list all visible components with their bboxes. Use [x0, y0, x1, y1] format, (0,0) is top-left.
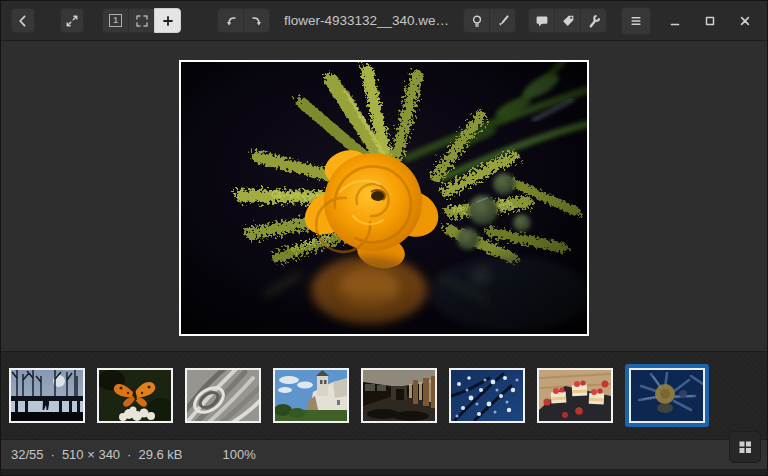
flower-photo: [181, 62, 587, 334]
lightbulb-icon: [469, 13, 485, 29]
maximize-button[interactable]: [698, 9, 722, 33]
rotate-button-group: [217, 8, 270, 33]
zoom-fit-button[interactable]: [128, 8, 155, 33]
status-bar: 32/55 · 510 × 340 · 29.6 kB 100%: [1, 439, 767, 469]
comment-button[interactable]: [528, 8, 555, 33]
rotate-left-icon: [223, 13, 239, 29]
back-button[interactable]: [11, 8, 35, 33]
image-info: 32/55 · 510 × 340 · 29.6 kB: [11, 447, 183, 462]
header-bar: 1: [1, 1, 767, 41]
close-button[interactable]: [733, 9, 757, 33]
image-position: 32/55: [11, 447, 44, 462]
thumbnail-strawberry-cakes[interactable]: [537, 368, 613, 423]
image-dimensions: 510 × 340: [62, 447, 120, 462]
grid-icon: [737, 439, 753, 455]
separator-dot: ·: [127, 447, 131, 462]
enhance-button[interactable]: [463, 8, 490, 33]
edit-button[interactable]: [489, 8, 516, 33]
maximize-icon: [702, 13, 718, 29]
thumbnail-corridor[interactable]: [361, 368, 437, 423]
rotate-left-button[interactable]: [217, 8, 244, 33]
fullscreen-button[interactable]: [60, 8, 84, 33]
browser-view-button[interactable]: [729, 431, 761, 463]
tag-button[interactable]: [554, 8, 581, 33]
zoom-original-icon: 1: [109, 14, 122, 27]
menu-button[interactable]: [621, 7, 651, 35]
zoom-level: 100%: [223, 447, 256, 462]
window-bottom-edge: [1, 469, 767, 475]
adjust-button-group: [463, 8, 516, 33]
window-title: flower-4933132__340.we…: [270, 13, 463, 28]
tools-button[interactable]: [580, 8, 607, 33]
metadata-button-group: [528, 8, 607, 33]
back-icon: [15, 13, 31, 29]
paintbrush-icon: [495, 13, 511, 29]
close-icon: [737, 13, 753, 29]
wrench-icon: [586, 13, 602, 29]
minimize-button[interactable]: [663, 9, 687, 33]
zoom-in-button[interactable]: [154, 8, 181, 33]
hamburger-menu-icon: [628, 13, 644, 29]
comment-icon: [534, 13, 550, 29]
minimize-icon: [667, 13, 683, 29]
tag-icon: [560, 13, 576, 29]
zoom-in-icon: [160, 13, 176, 29]
app-window: 1: [0, 0, 768, 476]
rotate-right-button[interactable]: [243, 8, 270, 33]
thumbnail-strip: [1, 351, 767, 439]
thumbnail-castle[interactable]: [273, 368, 349, 423]
thumbnail-current-flower[interactable]: [629, 368, 705, 423]
fullscreen-icon: [64, 13, 80, 29]
rotate-right-icon: [249, 13, 265, 29]
zoom-button-group: 1: [102, 8, 181, 33]
thumbnail-winter-lake[interactable]: [9, 368, 85, 423]
zoom-original-button[interactable]: 1: [102, 8, 129, 33]
zoom-fit-icon: [134, 13, 150, 29]
thumbnail-blossoms[interactable]: [449, 368, 525, 423]
separator-dot: ·: [51, 447, 55, 462]
thumbnail-butterfly[interactable]: [97, 368, 173, 423]
image-filesize: 29.6 kB: [138, 447, 182, 462]
thumbnail-selected-frame[interactable]: [625, 364, 709, 427]
main-image: [179, 60, 589, 336]
thumbnail-rope-texture[interactable]: [185, 368, 261, 423]
image-viewer-canvas: [1, 41, 767, 351]
